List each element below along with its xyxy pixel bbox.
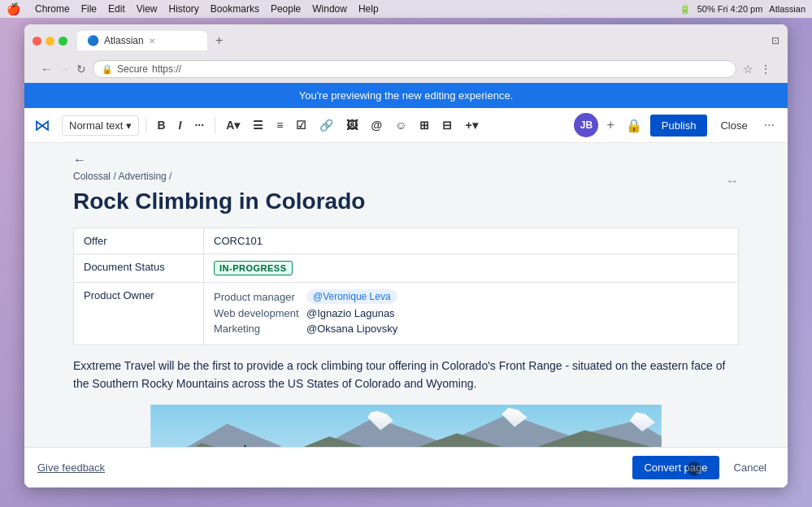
- offer-value: CORC101: [204, 228, 739, 254]
- doc-status-value: IN-PROGRESS: [204, 254, 739, 283]
- tab-close-button[interactable]: ✕: [149, 37, 155, 46]
- feedback-bar: Give feedback Convert page Cancel: [24, 447, 788, 488]
- layout-icon: ⊟: [442, 119, 452, 132]
- close-window-button[interactable]: [33, 37, 41, 46]
- veronique-mention[interactable]: @Veronique Leva: [306, 289, 397, 304]
- task-list-icon: ☑: [296, 119, 306, 132]
- menubar-people[interactable]: People: [271, 3, 301, 15]
- back-nav-button[interactable]: ←: [41, 63, 52, 76]
- bullet-list-button[interactable]: ☰: [249, 115, 267, 135]
- add-collaborator-button[interactable]: +: [603, 115, 617, 136]
- table-row: Offer CORC101: [74, 228, 739, 254]
- offer-label: Offer: [74, 228, 204, 254]
- mountain-svg: [73, 405, 739, 447]
- table-row: Document Status IN-PROGRESS: [74, 254, 739, 283]
- table-row: Product Owner Product manager @Veronique…: [74, 283, 739, 345]
- task-list-button[interactable]: ☑: [292, 115, 310, 135]
- content-scroll: ← ↔ Colossal / Advertising / Rock Climbi…: [24, 143, 788, 447]
- image-button[interactable]: 🖼: [342, 115, 362, 135]
- bold-button[interactable]: B: [153, 115, 169, 135]
- oksana-mention[interactable]: @Oksana Lipovsky: [306, 323, 397, 335]
- more-options-button[interactable]: ···: [761, 115, 778, 136]
- atlassian-menu: Atlassian: [769, 4, 805, 14]
- toolbar-divider-2: [215, 117, 215, 133]
- bullet-list-icon: ☰: [253, 119, 263, 132]
- ignazio-mention[interactable]: @Ignazio Lagunas: [306, 307, 395, 319]
- back-button[interactable]: ←: [73, 153, 86, 167]
- feedback-actions: Convert page Cancel: [632, 456, 775, 479]
- doc-status-label: Document Status: [74, 254, 204, 283]
- menubar-edit[interactable]: Edit: [108, 3, 125, 15]
- marketing-label: Marketing: [214, 323, 303, 335]
- menubar-history[interactable]: History: [169, 3, 199, 15]
- link-button[interactable]: 🔗: [315, 115, 337, 135]
- user-avatar[interactable]: JB: [574, 113, 598, 137]
- toolbar-divider-1: [145, 117, 146, 133]
- web-dev-row: Web development @Ignazio Lagunas: [214, 307, 728, 319]
- layout-button[interactable]: ⊟: [438, 115, 456, 135]
- bookmark-icon[interactable]: ☆: [743, 63, 753, 76]
- confluence-logo: ⋈: [34, 115, 50, 135]
- feedback-link[interactable]: Give feedback: [37, 462, 105, 474]
- image-icon: 🖼: [346, 119, 358, 132]
- publish-button[interactable]: Publish: [650, 115, 708, 136]
- body-text: Exxtreme Travel will be the first to pro…: [73, 357, 739, 393]
- breadcrumb-colossal[interactable]: Colossal: [73, 171, 111, 182]
- text-color-button[interactable]: A▾: [222, 115, 244, 135]
- preview-banner-text: You're previewing the new editing experi…: [299, 89, 514, 102]
- product-manager-label: Product manager: [214, 291, 303, 303]
- restrictions-button[interactable]: 🔒: [623, 115, 645, 136]
- page-title: Rock Climbing in Colorado: [73, 188, 739, 214]
- browser-window: 🔵 Atlassian ✕ + ⊡ ← → ↻ 🔒 Secure https:/…: [24, 24, 788, 488]
- refresh-button[interactable]: ↻: [76, 63, 86, 76]
- expand-arrows[interactable]: ↔: [726, 174, 739, 188]
- traffic-lights: [33, 37, 67, 46]
- menubar-bookmarks[interactable]: Bookmarks: [211, 3, 259, 15]
- marketing-row: Marketing @Oksana Lipovsky: [214, 323, 728, 335]
- menubar-right: 🔋 50% Fri 4:20 pm Atlassian: [680, 4, 805, 15]
- text-color-icon: A▾: [226, 119, 240, 132]
- italic-button[interactable]: I: [175, 115, 186, 135]
- chevron-down-icon: ▾: [126, 119, 132, 132]
- address-text: https://: [152, 63, 181, 75]
- cancel-button[interactable]: Cancel: [726, 456, 775, 479]
- browser-nav: ← → ↻ 🔒 Secure https:// ☆ ⋮: [33, 55, 779, 83]
- menubar-window[interactable]: Window: [312, 3, 347, 15]
- secure-icon: 🔒: [102, 64, 113, 75]
- menubar-view[interactable]: View: [137, 3, 158, 15]
- menubar-help[interactable]: Help: [358, 3, 379, 15]
- tab-favicon: 🔵: [87, 35, 99, 46]
- forward-nav-button[interactable]: →: [59, 63, 70, 76]
- link-icon: 🔗: [319, 119, 333, 132]
- new-tab-button[interactable]: +: [215, 33, 223, 48]
- table-button[interactable]: ⊞: [415, 115, 433, 135]
- info-table: Offer CORC101 Document Status IN-PROGRES…: [73, 228, 739, 345]
- product-owner-value: Product manager @Veronique Leva Web deve…: [204, 283, 739, 345]
- close-button[interactable]: Close: [712, 115, 755, 136]
- breadcrumb-advertising[interactable]: Advertising: [118, 171, 166, 182]
- status-badge: IN-PROGRESS: [214, 261, 293, 275]
- minimize-window-button[interactable]: [46, 37, 54, 46]
- mention-button[interactable]: @: [367, 115, 386, 135]
- menubar: 🍎 Chrome File Edit View History Bookmark…: [0, 0, 812, 18]
- menubar-app[interactable]: Chrome: [35, 3, 70, 15]
- fullscreen-window-button[interactable]: [59, 37, 67, 46]
- more-options-icon[interactable]: ⋮: [760, 63, 771, 76]
- text-style-dropdown[interactable]: Normal text ▾: [62, 115, 139, 136]
- address-bar[interactable]: 🔒 Secure https://: [93, 60, 736, 78]
- active-tab[interactable]: 🔵 Atlassian ✕: [77, 31, 207, 50]
- convert-page-button[interactable]: Convert page: [632, 456, 719, 479]
- numbered-list-icon: ≡: [276, 119, 283, 132]
- numbered-list-button[interactable]: ≡: [272, 115, 287, 135]
- breadcrumb-sep-2: /: [169, 171, 172, 182]
- insert-more-button[interactable]: +▾: [461, 115, 481, 135]
- emoji-button[interactable]: ☺: [391, 115, 410, 135]
- menubar-file[interactable]: File: [81, 3, 97, 15]
- browser-right-controls: ⊡: [771, 35, 779, 46]
- breadcrumb: Colossal / Advertising /: [73, 171, 739, 182]
- more-formatting-button[interactable]: ···: [190, 115, 208, 135]
- product-manager-row: Product manager @Veronique Leva: [214, 289, 728, 304]
- preview-banner: You're previewing the new editing experi…: [24, 83, 788, 108]
- table-icon: ⊞: [419, 119, 429, 132]
- apple-menu[interactable]: 🍎: [7, 2, 20, 15]
